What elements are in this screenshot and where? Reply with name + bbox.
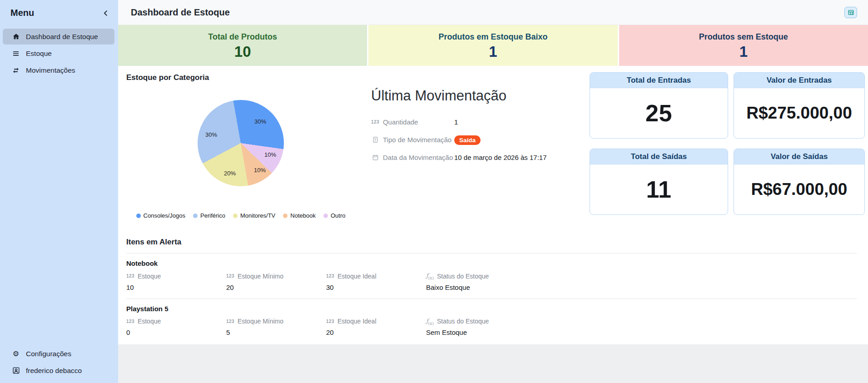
- app-window: Menu Dashboard de Estoque Estoque: [0, 0, 868, 383]
- function-icon: ƒ(x): [426, 272, 434, 280]
- card-title: Valor de Saídas: [734, 149, 864, 164]
- table-grid-icon: [847, 8, 855, 16]
- gear-icon: ⚙: [12, 350, 20, 358]
- field-label: 123Estoque: [126, 318, 226, 326]
- field-label-text: Tipo de Movimentação: [383, 136, 451, 144]
- legend-label: Monitores/TV: [240, 212, 275, 219]
- collapse-sidebar-button[interactable]: [102, 9, 110, 17]
- legend-label: Consoles/Jogos: [144, 212, 186, 219]
- alert-field-labels: 123Estoque 123Estoque Mínimo 123Estoque …: [126, 272, 857, 280]
- field-label: 123 Quantidade: [371, 118, 454, 126]
- field-value: 5: [226, 328, 326, 336]
- calendar-icon: [371, 154, 379, 162]
- sidebar-item-dashboard[interactable]: Dashboard de Estoque: [3, 29, 114, 45]
- number-icon: 123: [226, 319, 234, 324]
- field-label-text: Estoque: [138, 318, 161, 325]
- list-icon: [12, 50, 20, 58]
- card-value: R$67.000,00: [751, 180, 848, 199]
- field-label-text: Estoque: [138, 273, 161, 280]
- sidebar-title: Menu: [10, 8, 34, 18]
- stat-value: 1: [489, 44, 497, 59]
- stat-title: Total de Produtos: [208, 32, 277, 42]
- field-value: 20: [326, 328, 426, 336]
- sidebar-item-label: Movimentações: [26, 66, 75, 75]
- field-value: Sem Estoque: [426, 328, 857, 336]
- category-chart-title: Estoque por Categoria: [126, 73, 363, 82]
- summary-cards: Total de Entradas 25 Valor de Entradas R…: [590, 66, 868, 235]
- legend-dot: [193, 214, 198, 218]
- legend-item-periferico[interactable]: Periférico: [193, 212, 225, 219]
- pie-chart-wrap: 30% 30% 20% 10% 10%: [198, 100, 284, 186]
- sidebar-item-movimentacoes[interactable]: Movimentações: [3, 62, 114, 78]
- topbar: Dashboard de Estoque: [118, 0, 868, 25]
- pie-chart[interactable]: [198, 100, 284, 186]
- legend-label: Notebook: [290, 212, 316, 219]
- field-label-text: Status do Estoque: [437, 318, 489, 325]
- card-valor-saidas: Valor de Saídas R$67.000,00: [734, 149, 865, 215]
- movement-field-data: Data da Movimentação 10 de março de 2026…: [371, 152, 590, 163]
- legend-dot: [233, 214, 238, 218]
- field-label: Tipo de Movimentação: [371, 136, 454, 144]
- user-name-label: frederico debacco: [26, 367, 82, 375]
- card-body: 11: [590, 164, 728, 214]
- card-total-saidas: Total de Saídas 11: [590, 149, 728, 215]
- card-valor-entradas: Valor de Entradas R$275.000,00: [734, 72, 865, 139]
- field-label: Data da Movimentação: [371, 154, 454, 162]
- legend-item-monitores-tv[interactable]: Monitores/TV: [233, 212, 275, 219]
- saida-badge: Saída: [454, 135, 481, 145]
- alert-item-notebook: Notebook 123Estoque 123Estoque Mínimo 12…: [126, 253, 857, 298]
- sidebar-item-label: Dashboard de Estoque: [26, 33, 98, 41]
- sidebar-item-estoque[interactable]: Estoque: [3, 45, 114, 61]
- stat-card-estoque-baixo: Produtos em Estoque Baixo 1: [368, 25, 617, 66]
- sidebar-spacer: [0, 78, 118, 346]
- field-label-text: Estoque Mínimo: [238, 318, 283, 325]
- sidebar-item-configuracoes[interactable]: ⚙ Configurações: [3, 346, 114, 362]
- alerts-title: Itens em Alerta: [126, 238, 857, 247]
- field-label: 123Estoque Mínimo: [226, 272, 326, 280]
- sidebar-nav: Dashboard de Estoque Estoque Movimentaçõ…: [0, 24, 118, 78]
- content-panel: Estoque por Categoria 30% 30% 20% 10% 10…: [118, 66, 868, 344]
- card-value: R$275.000,00: [746, 104, 852, 123]
- pie-slice-label: 30%: [205, 131, 217, 138]
- canvas-background: [118, 344, 868, 383]
- field-value: 20: [226, 284, 326, 291]
- card-title: Valor de Entradas: [734, 73, 864, 88]
- field-label-text: Quantidade: [383, 118, 418, 126]
- legend-dot: [323, 214, 328, 218]
- field-label-text: Estoque Mínimo: [238, 273, 283, 280]
- number-icon: 123: [371, 119, 379, 124]
- edit-layout-button[interactable]: [844, 7, 857, 18]
- card-title: Total de Entradas: [590, 73, 728, 88]
- sidebar-header: Menu: [0, 0, 118, 24]
- card-body: R$275.000,00: [734, 88, 864, 138]
- legend-item-notebook[interactable]: Notebook: [283, 212, 316, 219]
- legend-label: Outro: [331, 212, 346, 219]
- function-icon: ƒ(x): [426, 318, 434, 326]
- field-value: 1: [454, 118, 458, 126]
- sidebar-footer: ⚙ Configurações frederico debacco: [0, 346, 118, 383]
- field-label-text: Status do Estoque: [437, 273, 489, 280]
- card-total-entradas: Total de Entradas 25: [590, 72, 728, 139]
- number-icon: 123: [326, 274, 334, 279]
- user-icon: [12, 367, 20, 375]
- field-value: 10: [126, 284, 226, 291]
- page-title: Dashboard de Estoque: [131, 7, 230, 18]
- movement-field-quantidade: 123 Quantidade 1: [371, 117, 590, 127]
- card-title: Total de Saídas: [590, 149, 728, 164]
- number-icon: 123: [126, 319, 134, 324]
- sidebar: Menu Dashboard de Estoque Estoque: [0, 0, 118, 383]
- sidebar-item-user[interactable]: frederico debacco: [3, 363, 114, 378]
- home-icon: [12, 33, 20, 41]
- stat-card-total-produtos: Total de Produtos 10: [118, 25, 367, 66]
- legend-item-consoles-jogos[interactable]: Consoles/Jogos: [136, 212, 186, 219]
- stat-title: Produtos sem Estoque: [699, 32, 788, 42]
- number-icon: 123: [126, 274, 134, 279]
- number-icon: 123: [326, 319, 334, 324]
- legend-item-outro[interactable]: Outro: [323, 212, 346, 219]
- stats-row: Total de Produtos 10 Produtos em Estoque…: [118, 25, 868, 66]
- field-value: Baixo Estoque: [426, 284, 857, 291]
- pie-slice-label: 30%: [254, 118, 266, 125]
- document-icon: [371, 136, 379, 144]
- field-value: 10 de março de 2026 às 17:17: [454, 154, 546, 161]
- alert-product-name: Playstation 5: [126, 305, 857, 313]
